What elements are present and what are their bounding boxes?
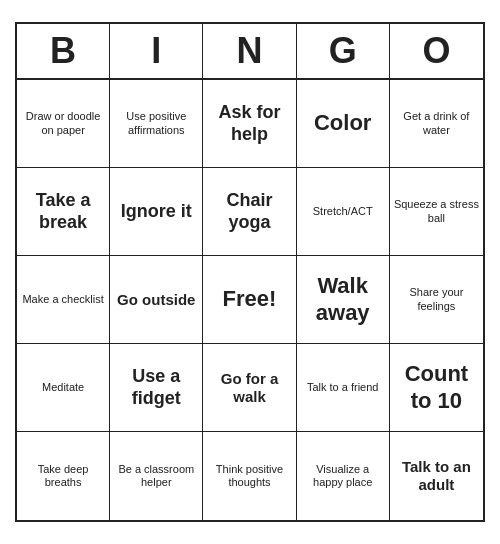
cell-text-8: Chair yoga: [207, 190, 291, 233]
cell-text-7: Ignore it: [121, 201, 192, 223]
cell-text-12: Go outside: [117, 291, 195, 309]
bingo-grid: Draw or doodle on paperUse positive affi…: [17, 80, 483, 520]
bingo-cell-6: Take a break: [17, 168, 110, 256]
bingo-cell-5: Get a drink of water: [390, 80, 483, 168]
cell-text-4: Color: [314, 110, 371, 136]
cell-text-19: Talk to a friend: [307, 381, 379, 394]
cell-text-9: Stretch/ACT: [313, 205, 373, 218]
bingo-cell-1: Draw or doodle on paper: [17, 80, 110, 168]
cell-text-17: Use a fidget: [114, 366, 198, 409]
bingo-header: BINGO: [17, 24, 483, 80]
bingo-cell-4: Color: [297, 80, 390, 168]
bingo-cell-10: Squeeze a stress ball: [390, 168, 483, 256]
cell-text-14: Walk away: [301, 273, 385, 326]
cell-text-5: Get a drink of water: [394, 110, 479, 136]
cell-text-21: Take deep breaths: [21, 463, 105, 489]
bingo-cell-16: Meditate: [17, 344, 110, 432]
header-letter-o: O: [390, 24, 483, 78]
bingo-cell-25: Talk to an adult: [390, 432, 483, 520]
bingo-cell-24: Visualize a happy place: [297, 432, 390, 520]
bingo-cell-7: Ignore it: [110, 168, 203, 256]
bingo-cell-8: Chair yoga: [203, 168, 296, 256]
bingo-cell-18: Go for a walk: [203, 344, 296, 432]
cell-text-16: Meditate: [42, 381, 84, 394]
cell-text-3: Ask for help: [207, 102, 291, 145]
header-letter-b: B: [17, 24, 110, 78]
cell-text-2: Use positive affirmations: [114, 110, 198, 136]
bingo-cell-20: Count to 10: [390, 344, 483, 432]
bingo-card: BINGO Draw or doodle on paperUse positiv…: [15, 22, 485, 522]
cell-text-23: Think positive thoughts: [207, 463, 291, 489]
bingo-cell-19: Talk to a friend: [297, 344, 390, 432]
bingo-cell-13: Free!: [203, 256, 296, 344]
header-letter-i: I: [110, 24, 203, 78]
bingo-cell-2: Use positive affirmations: [110, 80, 203, 168]
bingo-cell-23: Think positive thoughts: [203, 432, 296, 520]
cell-text-13: Free!: [223, 286, 277, 312]
bingo-cell-22: Be a classroom helper: [110, 432, 203, 520]
cell-text-18: Go for a walk: [207, 370, 291, 406]
cell-text-10: Squeeze a stress ball: [394, 198, 479, 224]
header-letter-n: N: [203, 24, 296, 78]
bingo-cell-3: Ask for help: [203, 80, 296, 168]
cell-text-6: Take a break: [21, 190, 105, 233]
bingo-cell-12: Go outside: [110, 256, 203, 344]
bingo-cell-21: Take deep breaths: [17, 432, 110, 520]
cell-text-11: Make a checklist: [22, 293, 103, 306]
cell-text-22: Be a classroom helper: [114, 463, 198, 489]
header-letter-g: G: [297, 24, 390, 78]
bingo-cell-9: Stretch/ACT: [297, 168, 390, 256]
bingo-cell-11: Make a checklist: [17, 256, 110, 344]
cell-text-25: Talk to an adult: [394, 458, 479, 494]
bingo-cell-15: Share your feelings: [390, 256, 483, 344]
cell-text-20: Count to 10: [394, 361, 479, 414]
cell-text-24: Visualize a happy place: [301, 463, 385, 489]
bingo-cell-17: Use a fidget: [110, 344, 203, 432]
bingo-cell-14: Walk away: [297, 256, 390, 344]
cell-text-1: Draw or doodle on paper: [21, 110, 105, 136]
cell-text-15: Share your feelings: [394, 286, 479, 312]
